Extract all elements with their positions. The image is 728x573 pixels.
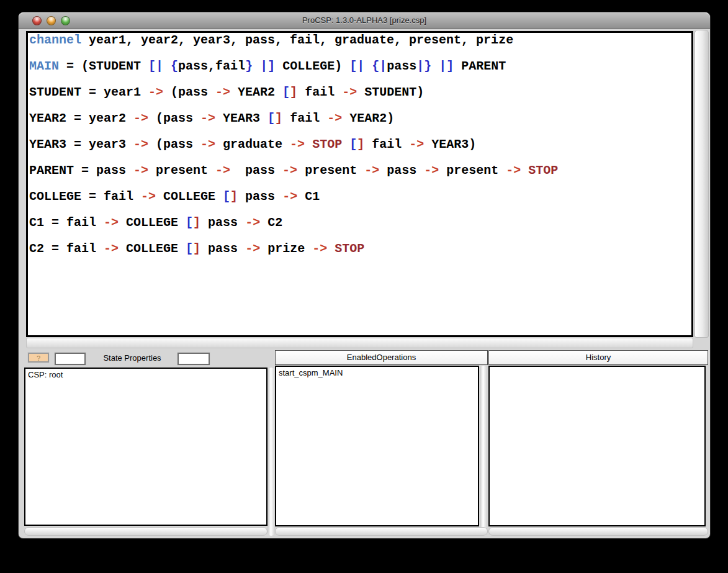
minimize-button[interactable] bbox=[47, 16, 56, 25]
traffic-light-buttons bbox=[32, 16, 70, 25]
state-properties-list[interactable]: CSP: root bbox=[24, 368, 267, 526]
state-properties-title: State Properties bbox=[86, 353, 179, 364]
code-line: PARENT = pass -> present -> pass -> pres… bbox=[29, 158, 691, 184]
app-window: ProCSP: 1.3.0-ALPHA3 [prize.csp] channel… bbox=[19, 12, 710, 538]
code-line: MAIN = (STUDENT [| {pass,fail} |] COLLEG… bbox=[29, 53, 691, 79]
code-editor[interactable]: channel year1, year2, year3, pass, fail,… bbox=[26, 31, 693, 337]
list-item[interactable]: start_cspm_MAIN bbox=[276, 367, 478, 377]
enabled-operations-list[interactable]: start_cspm_MAIN bbox=[275, 366, 479, 526]
title-bar[interactable]: ProCSP: 1.3.0-ALPHA3 [prize.csp] bbox=[19, 12, 710, 29]
code-line: COLLEGE = fail -> COLLEGE [] pass -> C1 bbox=[29, 184, 691, 210]
unknown-status-indicator[interactable]: ? bbox=[28, 353, 49, 363]
history-list[interactable] bbox=[488, 366, 706, 526]
enabled-operations-header: EnabledOperations bbox=[275, 350, 488, 365]
editor-horizontal-scrollbar[interactable] bbox=[26, 338, 693, 348]
status-indicator bbox=[178, 353, 210, 365]
history-header: History bbox=[488, 350, 708, 365]
state-properties-horizontal-scrollbar[interactable] bbox=[24, 527, 267, 536]
list-item[interactable]: CSP: root bbox=[25, 369, 266, 379]
panel-divider-scrollbar[interactable] bbox=[267, 368, 275, 536]
enabled-operations-horizontal-scrollbar[interactable] bbox=[275, 527, 488, 536]
enabled-operations-scrollbar[interactable] bbox=[480, 366, 487, 536]
zoom-button[interactable] bbox=[61, 16, 70, 25]
window-title: ProCSP: 1.3.0-ALPHA3 [prize.csp] bbox=[19, 12, 710, 29]
editor-vertical-scrollbar[interactable] bbox=[694, 30, 709, 338]
code-line: STUDENT = year1 -> (pass -> YEAR2 [] fai… bbox=[29, 79, 691, 106]
code-line: YEAR2 = year2 -> (pass -> YEAR3 [] fail … bbox=[29, 106, 691, 132]
history-horizontal-scrollbar[interactable] bbox=[488, 527, 708, 536]
code-line: channel year1, year2, year3, pass, fail,… bbox=[29, 31, 691, 53]
close-button[interactable] bbox=[32, 16, 42, 25]
code-line: C2 = fail -> COLLEGE [] pass -> prize ->… bbox=[29, 236, 691, 262]
code-line: YEAR3 = year3 -> (pass -> graduate -> ST… bbox=[29, 132, 691, 158]
code-content: channel year1, year2, year3, pass, fail,… bbox=[28, 31, 691, 262]
code-line: C1 = fail -> COLLEGE [] pass -> C2 bbox=[29, 210, 691, 236]
status-indicator bbox=[55, 353, 86, 365]
